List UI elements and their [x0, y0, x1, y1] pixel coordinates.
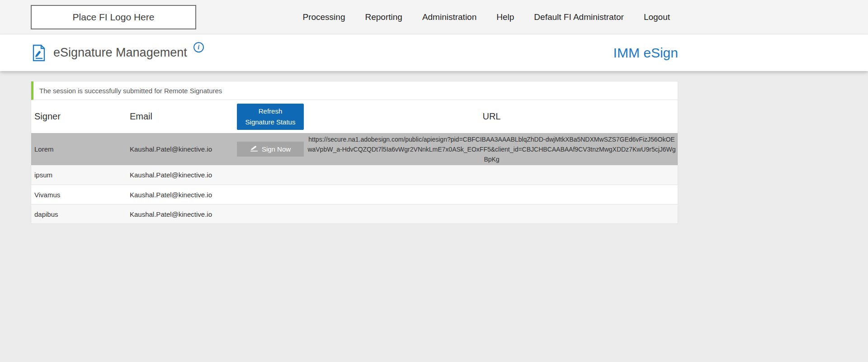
- title-bar: eSignature Management i IMM eSign: [0, 34, 868, 71]
- signing-url: https://secure.na1.adobesign.com/public/…: [307, 134, 676, 164]
- table-row[interactable]: Vivamus Kaushal.Patel@kinective.io: [31, 185, 678, 204]
- top-header: Place FI Logo Here Processing Reporting …: [0, 0, 868, 34]
- brand-imm-esign: IMM eSign: [613, 45, 678, 61]
- signer-email: Kaushal.Patel@kinective.io: [130, 171, 235, 179]
- table-header-row: Signer Email Refresh Signature Status UR…: [31, 100, 678, 133]
- nav-item-user-menu[interactable]: Default FI Administrator: [534, 12, 624, 22]
- refresh-button-line2: Signature Status: [237, 117, 304, 127]
- signer-email: Kaushal.Patel@kinective.io: [130, 191, 235, 199]
- success-message: The session is successfully submitted fo…: [31, 81, 678, 100]
- refresh-button-line1: Refresh: [237, 106, 304, 116]
- signer-email: Kaushal.Patel@kinective.io: [130, 210, 235, 218]
- signer-name: dapibus: [31, 210, 130, 218]
- nav-item-logout[interactable]: Logout: [644, 12, 670, 22]
- main-nav: Processing Reporting Administration Help…: [302, 0, 670, 34]
- fi-logo-placeholder: Place FI Logo Here: [31, 5, 196, 29]
- nav-item-administration[interactable]: Administration: [422, 12, 476, 22]
- info-icon[interactable]: i: [193, 42, 204, 52]
- nav-item-reporting[interactable]: Reporting: [365, 12, 402, 22]
- signers-panel: The session is successfully submitted fo…: [31, 81, 678, 224]
- column-header-email: Email: [130, 111, 235, 122]
- pen-icon: [250, 145, 259, 153]
- nav-item-processing[interactable]: Processing: [302, 12, 345, 22]
- success-message-text: The session is successfully submitted fo…: [39, 87, 222, 95]
- refresh-signature-status-button[interactable]: Refresh Signature Status: [237, 104, 304, 130]
- nav-item-help[interactable]: Help: [496, 12, 514, 22]
- sign-now-label: Sign Now: [262, 145, 291, 153]
- main-content: The session is successfully submitted fo…: [0, 71, 868, 362]
- esignature-document-icon: [32, 44, 46, 62]
- signer-name: Vivamus: [31, 191, 130, 199]
- signer-url-cell: https://secure.na1.adobesign.com/public/…: [306, 134, 678, 164]
- column-header-action: Refresh Signature Status: [235, 104, 306, 130]
- column-header-url: URL: [306, 111, 678, 122]
- fi-logo-text: Place FI Logo Here: [73, 12, 155, 23]
- signer-action-cell: Sign Now: [235, 142, 306, 157]
- table-row[interactable]: Lorem Kaushal.Patel@kinective.io Sign No…: [31, 133, 678, 165]
- table-row[interactable]: ipsum Kaushal.Patel@kinective.io: [31, 165, 678, 185]
- column-header-signer: Signer: [31, 111, 130, 122]
- signer-email: Kaushal.Patel@kinective.io: [130, 145, 235, 153]
- table-row[interactable]: dapibus Kaushal.Patel@kinective.io: [31, 204, 678, 224]
- sign-now-button[interactable]: Sign Now: [237, 142, 304, 157]
- signer-name: ipsum: [31, 171, 130, 179]
- page-title: eSignature Management: [53, 46, 187, 60]
- signer-name: Lorem: [31, 145, 130, 153]
